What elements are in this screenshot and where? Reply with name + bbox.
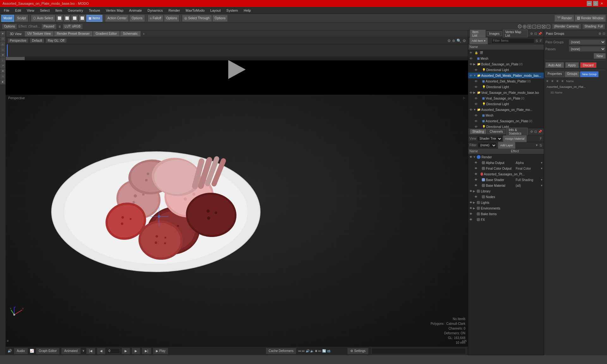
tool-10[interactable]: ◐ bbox=[0, 79, 5, 84]
render-window-button[interactable]: 🖼 Render Window bbox=[575, 15, 606, 22]
apply-button[interactable]: Apply bbox=[565, 62, 579, 68]
discard-button[interactable]: Discard bbox=[580, 62, 597, 68]
shading-full-button[interactable]: Shading: Full bbox=[582, 24, 605, 29]
viewport-3d[interactable]: Perspective Default Ray GL: Off ⚙ ⊕ 🔍 ⚙ bbox=[6, 37, 468, 346]
paused-button[interactable]: Paused bbox=[41, 24, 57, 29]
list-item-dir-light-2[interactable]: 👁 💡 Directional Light bbox=[468, 84, 544, 90]
shading-pin-icon[interactable]: 📌 bbox=[538, 130, 542, 133]
tab-vertex-map-list[interactable]: Vertex Map List bbox=[503, 30, 528, 38]
shading-settings-icon[interactable]: ⚙ bbox=[530, 130, 533, 133]
list-item-boiled-sausage[interactable]: 👁 ▶ 📁 Boiled_Sausage_on_Plate (2) bbox=[468, 61, 544, 67]
menu-edit[interactable]: Edit bbox=[13, 8, 24, 13]
tab-images[interactable]: Images bbox=[487, 31, 502, 36]
lighting-button[interactable]: Default bbox=[30, 38, 44, 43]
falloff-button[interactable]: ⌾ Falloff bbox=[148, 15, 163, 22]
item-list-pin-icon[interactable]: 📌 bbox=[538, 32, 542, 35]
final-dropdown[interactable]: ▾ bbox=[541, 167, 543, 170]
list-item-mesh[interactable]: 👁 ▦ Mesh bbox=[468, 56, 544, 61]
tab-channels[interactable]: Channels bbox=[487, 129, 505, 134]
shade-base-material-row[interactable]: 👁 Base Material (all) ▾ bbox=[468, 183, 544, 188]
options-1-button[interactable]: Options bbox=[129, 15, 144, 22]
shading-expand-icon[interactable]: ⊡ bbox=[534, 130, 537, 133]
list-item-veal-sausage[interactable]: 👁 ▶ 📁 Veal_Sausage_on_Plate_modo_base.lx… bbox=[468, 90, 544, 95]
list-item-dir-light-3[interactable]: 👁 💡 Directional Light bbox=[468, 101, 544, 107]
lut-button[interactable]: LUT: sRGB bbox=[63, 24, 83, 29]
tab-item-list[interactable]: Item List bbox=[470, 30, 486, 38]
list-item-assorted-plate[interactable]: 👁 ▦ Assorted_Sausages_on_Plate (2) bbox=[468, 118, 544, 124]
shader-tree-dropdown[interactable]: Shader Tree bbox=[477, 136, 502, 141]
list-item-assorted-sausages-scene[interactable]: 👁 ▼ 📁 Assorted_Sausages_on_Plate_mo... bbox=[468, 107, 544, 112]
add-layer-button[interactable]: Add Layer bbox=[498, 142, 515, 149]
menu-system[interactable]: System bbox=[224, 8, 241, 13]
play-button-icon[interactable] bbox=[228, 60, 246, 79]
shade-library-row[interactable]: 👁 ▶ Library bbox=[468, 188, 544, 194]
tool-1[interactable]: ◈ bbox=[0, 31, 5, 36]
play-button[interactable]: ▶ Play bbox=[153, 348, 168, 354]
play-pause-button[interactable]: ▶ bbox=[122, 348, 130, 354]
menu-select[interactable]: Select bbox=[37, 8, 52, 13]
sculpt-button[interactable]: Sculpt bbox=[15, 15, 28, 22]
menu-maxtomodo[interactable]: MaxToModo bbox=[183, 8, 207, 13]
item-list-content[interactable]: 👁 🔒 🎬 👁 ▦ Mesh 👁 ▶ 📁 Boiled_Sausage_on_P… bbox=[468, 50, 544, 128]
graph-editor-button[interactable]: Graph Editor bbox=[36, 348, 60, 354]
current-frame-input[interactable] bbox=[107, 349, 120, 354]
menu-view[interactable]: View bbox=[24, 8, 37, 13]
menu-dynamics[interactable]: Dynamics bbox=[145, 8, 165, 13]
menu-file[interactable]: File bbox=[1, 8, 12, 13]
action-center-button[interactable]: Action Center bbox=[105, 15, 129, 22]
shade-nodes-row[interactable]: 👁 Nodes bbox=[468, 194, 544, 200]
list-item-dir-light-1[interactable]: 👁 💡 Directional Light bbox=[468, 67, 544, 73]
command-input-area[interactable] bbox=[371, 348, 466, 354]
tab-render-preset[interactable]: Render Preset Browser bbox=[54, 31, 93, 37]
playhead[interactable] bbox=[7, 43, 8, 57]
alpha-dropdown[interactable]: ▾ bbox=[541, 161, 543, 164]
select-through-button[interactable]: ◎ Select Through bbox=[182, 15, 212, 22]
maximize-button[interactable]: □ bbox=[593, 1, 598, 6]
base-shader-dropdown[interactable]: ▾ bbox=[541, 178, 543, 181]
filter-items-input[interactable] bbox=[492, 38, 534, 43]
tool-2[interactable]: ⬡ bbox=[0, 36, 5, 41]
options-3-button[interactable]: Options bbox=[212, 15, 228, 22]
shade-fx-row[interactable]: 👁 FX bbox=[468, 217, 544, 222]
go-start-button[interactable]: |◀ bbox=[86, 348, 95, 354]
window-controls[interactable]: — □ ✕ bbox=[587, 1, 604, 6]
item-list-settings-icon[interactable]: ⚙ bbox=[530, 32, 533, 35]
tab-gradient-editor[interactable]: Gradient Editor bbox=[93, 31, 120, 37]
tool-3[interactable]: △ bbox=[0, 42, 5, 47]
tool-8[interactable]: ⊞ bbox=[0, 69, 5, 74]
new-pass-button[interactable]: New bbox=[594, 53, 606, 59]
menu-vertex-map[interactable]: Vertex Map bbox=[103, 8, 126, 13]
tab-groups[interactable]: Groups bbox=[565, 71, 580, 77]
menu-geometry[interactable]: Geometry bbox=[65, 8, 85, 13]
list-item-dir-light-4[interactable]: 👁 💡 Directional Light bbox=[468, 124, 544, 128]
animated-button[interactable]: Animated bbox=[61, 348, 80, 354]
fr-expand-icon[interactable]: ⊡ bbox=[603, 32, 605, 35]
items-button[interactable]: ▦ Items bbox=[86, 15, 102, 22]
render-camera-button[interactable]: (Render Camera) bbox=[552, 24, 581, 29]
scene-3d[interactable]: Perspective X Y Z ▷ ▷ No Items Po bbox=[6, 44, 468, 346]
options-sub-button[interactable]: Options bbox=[2, 24, 17, 29]
tool-7[interactable]: ↗ bbox=[0, 63, 5, 68]
add-item-button[interactable]: Add Item ▾ bbox=[469, 37, 488, 44]
timeline-content[interactable] bbox=[6, 43, 468, 57]
ray-gl-button[interactable]: Ray GL: Off bbox=[46, 38, 67, 43]
list-item-deli-platter[interactable]: 👁 ▦ Assorted_Deli_Meats_Platter (2) bbox=[468, 78, 544, 84]
filter-none-dropdown[interactable]: (none) bbox=[478, 143, 497, 148]
menu-layout[interactable]: Layout bbox=[208, 8, 223, 13]
shade-final-color-row[interactable]: 👁 Final Color Output Final Color ▾ bbox=[468, 166, 544, 171]
menu-animate[interactable]: Animate bbox=[126, 8, 144, 13]
menu-help[interactable]: Help bbox=[241, 8, 254, 13]
tab-properties[interactable]: Properties bbox=[545, 71, 564, 77]
fr-settings-icon[interactable]: ⚙ bbox=[598, 32, 601, 35]
tool-9[interactable]: ⊃ bbox=[0, 74, 5, 79]
shade-environments-row[interactable]: 👁 ▶ Environments bbox=[468, 205, 544, 211]
menu-texture[interactable]: Texture bbox=[86, 8, 103, 13]
shade-assorted-row[interactable]: 👁 Assorted_Sausages_on_Pl... bbox=[468, 171, 544, 177]
prev-frame-button[interactable]: ◀ bbox=[97, 348, 105, 354]
settings-button[interactable]: ⚙ Settings bbox=[347, 348, 368, 354]
tab-info-statistics[interactable]: Info & Statistics bbox=[506, 128, 528, 136]
render-button[interactable]: 🎬 Render bbox=[555, 15, 574, 22]
group-item-row[interactable]: Assorted_Sausages_on_Plat... bbox=[545, 84, 606, 90]
minimize-button[interactable]: — bbox=[587, 1, 592, 6]
timeline-scroll-handle[interactable] bbox=[6, 57, 25, 60]
